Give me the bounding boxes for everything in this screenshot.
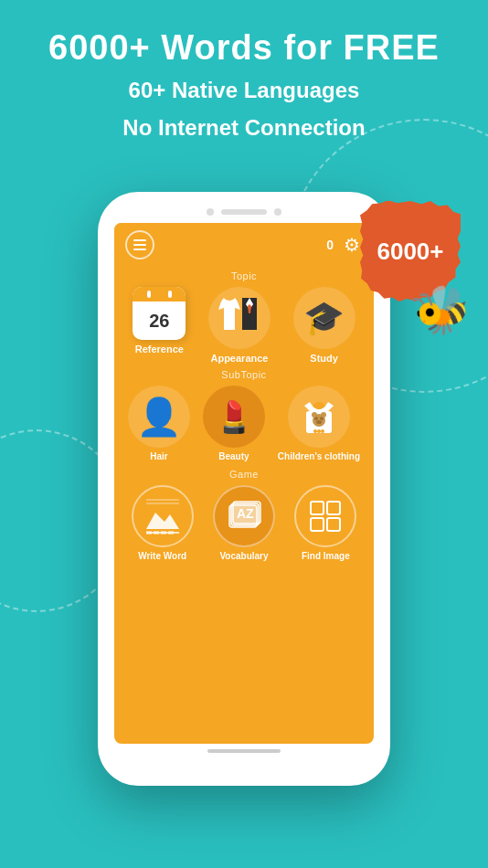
subtopic-section-label: SubTopic — [114, 367, 374, 382]
game-item-vocabulary[interactable]: A Z Vocabulary — [213, 485, 275, 561]
svg-rect-15 — [146, 531, 152, 535]
svg-marker-11 — [146, 513, 179, 529]
children-clothing-icon-wrap — [288, 386, 350, 448]
vocabulary-icon: A Z — [224, 496, 264, 536]
appearance-icon-wrap — [208, 287, 271, 349]
cal-ring-right — [168, 291, 172, 298]
phone-screen: 0 ⚙ Topic 26 Reference — [114, 223, 374, 744]
home-indicator — [207, 749, 281, 753]
subtopic-item-beauty[interactable]: 💄 Beauty — [203, 386, 265, 461]
topic-item-study[interactable]: 🎓 Study — [293, 287, 355, 364]
svg-point-1 — [313, 402, 324, 409]
phone-camera — [207, 208, 214, 216]
topic-label-reference: Reference — [135, 344, 184, 355]
headline: 6000+ Words for FREE — [0, 27, 488, 69]
svg-point-2 — [313, 429, 317, 433]
svg-point-8 — [316, 420, 322, 424]
game-item-write-word[interactable]: Write Word — [132, 485, 194, 561]
svg-point-3 — [317, 429, 321, 433]
coin-count: 0 — [326, 238, 334, 252]
beauty-icon-wrap: 💄 — [203, 386, 265, 448]
hair-icon-wrap: 👤 — [128, 386, 190, 448]
svg-point-10 — [321, 412, 326, 418]
svg-text:A: A — [237, 506, 246, 521]
phone-speaker — [221, 209, 267, 215]
hamburger-line-1 — [133, 239, 146, 241]
subtopic-item-children-clothing[interactable]: Children's clothing — [278, 386, 360, 461]
appearance-icon — [217, 293, 262, 344]
subline1: 60+ Native Languages — [0, 74, 488, 107]
vocabulary-icon-wrap: A Z — [213, 485, 275, 547]
hair-person-icon: 👤 — [136, 396, 182, 439]
find-image-icon-wrap — [294, 485, 356, 547]
hamburger-button[interactable] — [125, 230, 154, 259]
cal-top — [133, 287, 186, 302]
topic-item-reference[interactable]: 26 Reference — [133, 287, 186, 364]
subline2: No Internet Connection — [0, 111, 488, 144]
graduation-cap-icon: 🎓 — [303, 299, 345, 337]
svg-rect-16 — [154, 531, 159, 535]
game-label-vocabulary: Vocabulary — [219, 551, 268, 561]
svg-text:Z: Z — [246, 506, 254, 521]
phone-bottom — [114, 744, 374, 753]
phone-top-bar — [114, 208, 374, 216]
topic-label-study: Study — [310, 353, 338, 364]
game-label-write-word: Write Word — [138, 551, 186, 561]
study-icon-wrap: 🎓 — [293, 287, 355, 349]
game-grid: Write Word A Z — [114, 482, 374, 565]
game-item-find-image[interactable]: Find Image — [294, 485, 356, 561]
svg-point-4 — [321, 429, 324, 433]
game-section-label: Game — [114, 465, 374, 482]
subtopic-item-hair[interactable]: 👤 Hair — [128, 386, 190, 461]
svg-rect-18 — [168, 531, 174, 535]
svg-rect-27 — [327, 518, 340, 531]
topic-item-appearance[interactable]: Appearance — [208, 287, 271, 364]
svg-point-9 — [312, 412, 317, 418]
svg-rect-26 — [311, 518, 324, 531]
app-header: 0 ⚙ — [114, 223, 374, 267]
hamburger-line-2 — [133, 244, 146, 246]
phone-camera-2 — [274, 208, 281, 216]
header-section: 6000+ Words for FREE 60+ Native Language… — [0, 0, 488, 144]
find-image-icon — [305, 496, 345, 536]
svg-rect-17 — [161, 531, 166, 535]
write-word-icon — [143, 496, 183, 536]
phone-frame: 0 ⚙ Topic 26 Reference — [98, 192, 390, 786]
phone-wrapper: 0 ⚙ Topic 26 Reference — [98, 192, 390, 786]
subtopic-grid: 👤 Hair 💄 Beauty — [114, 382, 374, 465]
subtopic-label-children-clothing: Children's clothing — [278, 451, 360, 461]
hamburger-line-3 — [133, 249, 146, 250]
header-right: 0 ⚙ — [326, 234, 363, 256]
cal-ring-left — [147, 291, 151, 298]
write-word-icon-wrap — [132, 485, 194, 547]
svg-rect-25 — [327, 502, 340, 514]
children-clothing-icon — [297, 395, 341, 439]
beauty-lipstick-icon: 💄 — [215, 398, 253, 435]
svg-rect-24 — [311, 502, 324, 514]
topic-grid: 26 Reference — [114, 283, 374, 367]
cal-number: 26 — [133, 302, 186, 340]
topic-section-label: Topic — [114, 267, 374, 283]
subtopic-label-beauty: Beauty — [218, 451, 249, 461]
topic-label-appearance: Appearance — [210, 353, 268, 364]
reference-calendar-icon: 26 — [133, 287, 186, 340]
settings-button[interactable]: ⚙ — [341, 234, 363, 256]
subtopic-label-hair: Hair — [150, 451, 167, 461]
game-label-find-image: Find Image — [302, 551, 350, 561]
